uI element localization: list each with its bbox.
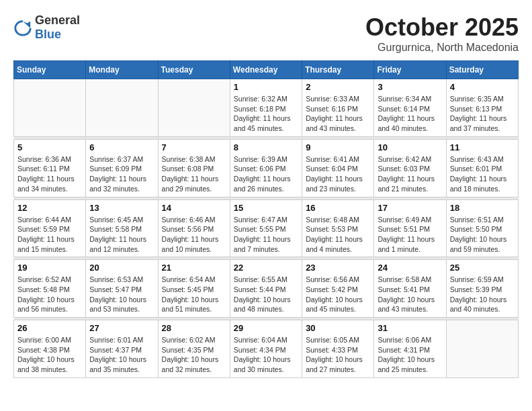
calendar-cell: 14Sunrise: 6:46 AMSunset: 5:56 PMDayligh… bbox=[158, 199, 230, 257]
calendar-cell: 7Sunrise: 6:38 AMSunset: 6:08 PMDaylight… bbox=[158, 139, 230, 197]
day-info: Sunrise: 6:38 AMSunset: 6:08 PMDaylight:… bbox=[162, 154, 226, 194]
day-info: Sunrise: 6:44 AMSunset: 5:59 PMDaylight:… bbox=[17, 215, 82, 255]
calendar-cell: 27Sunrise: 6:01 AMSunset: 4:37 PMDayligh… bbox=[86, 320, 158, 378]
day-info: Sunrise: 6:39 AMSunset: 6:06 PMDaylight:… bbox=[234, 154, 298, 194]
weekday-header: Thursday bbox=[302, 61, 374, 79]
day-number: 20 bbox=[89, 263, 154, 273]
calendar-cell: 19Sunrise: 6:52 AMSunset: 5:48 PMDayligh… bbox=[14, 260, 86, 318]
calendar-week-row: 1Sunrise: 6:32 AMSunset: 6:18 PMDaylight… bbox=[14, 79, 519, 137]
day-info: Sunrise: 6:04 AMSunset: 4:34 PMDaylight:… bbox=[234, 335, 298, 375]
day-number: 9 bbox=[306, 142, 370, 152]
day-number: 5 bbox=[17, 142, 82, 152]
logo: General Blue bbox=[13, 13, 80, 42]
day-info: Sunrise: 6:51 AMSunset: 5:50 PMDaylight:… bbox=[450, 215, 515, 255]
day-info: Sunrise: 6:52 AMSunset: 5:48 PMDaylight:… bbox=[17, 275, 82, 314]
logo-blue: Blue bbox=[35, 28, 61, 41]
day-info: Sunrise: 6:35 AMSunset: 6:13 PMDaylight:… bbox=[450, 94, 515, 134]
calendar-cell: 26Sunrise: 6:00 AMSunset: 4:38 PMDayligh… bbox=[14, 320, 86, 378]
day-number: 3 bbox=[378, 82, 442, 92]
calendar-cell: 2Sunrise: 6:33 AMSunset: 6:16 PMDaylight… bbox=[302, 79, 374, 137]
day-info: Sunrise: 6:59 AMSunset: 5:39 PMDaylight:… bbox=[450, 275, 515, 314]
logo-icon bbox=[13, 18, 32, 37]
day-number: 16 bbox=[306, 203, 370, 213]
day-number: 23 bbox=[306, 263, 370, 273]
calendar-cell bbox=[86, 79, 158, 137]
day-info: Sunrise: 6:49 AMSunset: 5:51 PMDaylight:… bbox=[378, 215, 442, 255]
day-number: 31 bbox=[378, 323, 442, 333]
calendar-cell: 16Sunrise: 6:48 AMSunset: 5:53 PMDayligh… bbox=[302, 199, 374, 257]
day-number: 14 bbox=[162, 203, 226, 213]
weekday-header: Tuesday bbox=[158, 61, 230, 79]
day-number: 26 bbox=[17, 323, 82, 333]
calendar-cell bbox=[14, 79, 86, 137]
calendar-cell: 12Sunrise: 6:44 AMSunset: 5:59 PMDayligh… bbox=[14, 199, 86, 257]
calendar-cell: 13Sunrise: 6:45 AMSunset: 5:58 PMDayligh… bbox=[86, 199, 158, 257]
day-info: Sunrise: 6:33 AMSunset: 6:16 PMDaylight:… bbox=[306, 94, 370, 134]
weekday-header: Friday bbox=[374, 61, 446, 79]
calendar-cell: 22Sunrise: 6:55 AMSunset: 5:44 PMDayligh… bbox=[230, 260, 302, 318]
day-info: Sunrise: 6:34 AMSunset: 6:14 PMDaylight:… bbox=[378, 94, 442, 134]
day-info: Sunrise: 6:43 AMSunset: 6:01 PMDaylight:… bbox=[450, 154, 515, 194]
day-info: Sunrise: 6:55 AMSunset: 5:44 PMDaylight:… bbox=[234, 275, 298, 314]
day-info: Sunrise: 6:01 AMSunset: 4:37 PMDaylight:… bbox=[89, 335, 154, 375]
calendar-week-row: 19Sunrise: 6:52 AMSunset: 5:48 PMDayligh… bbox=[14, 260, 519, 318]
day-info: Sunrise: 6:56 AMSunset: 5:42 PMDaylight:… bbox=[306, 275, 370, 314]
day-info: Sunrise: 6:47 AMSunset: 5:55 PMDaylight:… bbox=[234, 215, 298, 255]
subtitle: Gurgurnica, North Macedonia bbox=[365, 42, 519, 54]
day-number: 24 bbox=[378, 263, 442, 273]
day-number: 13 bbox=[89, 203, 154, 213]
calendar-cell: 18Sunrise: 6:51 AMSunset: 5:50 PMDayligh… bbox=[446, 199, 518, 257]
day-number: 27 bbox=[89, 323, 154, 333]
calendar-cell: 23Sunrise: 6:56 AMSunset: 5:42 PMDayligh… bbox=[302, 260, 374, 318]
day-info: Sunrise: 6:02 AMSunset: 4:35 PMDaylight:… bbox=[162, 335, 226, 375]
day-info: Sunrise: 6:36 AMSunset: 6:11 PMDaylight:… bbox=[17, 154, 82, 194]
day-info: Sunrise: 6:42 AMSunset: 6:03 PMDaylight:… bbox=[378, 154, 442, 194]
day-info: Sunrise: 6:48 AMSunset: 5:53 PMDaylight:… bbox=[306, 215, 370, 255]
month-title: October 2025 bbox=[365, 13, 519, 42]
day-number: 2 bbox=[306, 82, 370, 92]
calendar-cell: 21Sunrise: 6:54 AMSunset: 5:45 PMDayligh… bbox=[158, 260, 230, 318]
day-number: 21 bbox=[162, 263, 226, 273]
day-number: 11 bbox=[450, 142, 515, 152]
day-number: 17 bbox=[378, 203, 442, 213]
calendar-cell: 15Sunrise: 6:47 AMSunset: 5:55 PMDayligh… bbox=[230, 199, 302, 257]
header: General Blue October 2025 Gurgurnica, No… bbox=[13, 13, 519, 54]
day-number: 19 bbox=[17, 263, 82, 273]
calendar-cell: 11Sunrise: 6:43 AMSunset: 6:01 PMDayligh… bbox=[446, 139, 518, 197]
day-number: 10 bbox=[378, 142, 442, 152]
day-number: 12 bbox=[17, 203, 82, 213]
weekday-header: Wednesday bbox=[230, 61, 302, 79]
day-number: 15 bbox=[234, 203, 298, 213]
calendar-cell: 25Sunrise: 6:59 AMSunset: 5:39 PMDayligh… bbox=[446, 260, 518, 318]
weekday-header: Saturday bbox=[446, 61, 518, 79]
day-number: 1 bbox=[234, 82, 298, 92]
day-info: Sunrise: 6:06 AMSunset: 4:31 PMDaylight:… bbox=[378, 335, 442, 375]
day-info: Sunrise: 6:37 AMSunset: 6:09 PMDaylight:… bbox=[89, 154, 154, 194]
calendar-cell: 8Sunrise: 6:39 AMSunset: 6:06 PMDaylight… bbox=[230, 139, 302, 197]
weekday-header-row: SundayMondayTuesdayWednesdayThursdayFrid… bbox=[14, 61, 519, 79]
calendar-cell: 28Sunrise: 6:02 AMSunset: 4:35 PMDayligh… bbox=[158, 320, 230, 378]
title-area: October 2025 Gurgurnica, North Macedonia bbox=[365, 13, 519, 54]
calendar-cell bbox=[158, 79, 230, 137]
calendar-cell: 6Sunrise: 6:37 AMSunset: 6:09 PMDaylight… bbox=[86, 139, 158, 197]
calendar-week-row: 26Sunrise: 6:00 AMSunset: 4:38 PMDayligh… bbox=[14, 320, 519, 378]
calendar-cell: 29Sunrise: 6:04 AMSunset: 4:34 PMDayligh… bbox=[230, 320, 302, 378]
logo-general: General bbox=[35, 13, 80, 27]
day-info: Sunrise: 6:53 AMSunset: 5:47 PMDaylight:… bbox=[89, 275, 154, 314]
day-info: Sunrise: 6:41 AMSunset: 6:04 PMDaylight:… bbox=[306, 154, 370, 194]
day-info: Sunrise: 6:45 AMSunset: 5:58 PMDaylight:… bbox=[89, 215, 154, 255]
calendar-cell: 17Sunrise: 6:49 AMSunset: 5:51 PMDayligh… bbox=[374, 199, 446, 257]
day-number: 28 bbox=[162, 323, 226, 333]
calendar-week-row: 12Sunrise: 6:44 AMSunset: 5:59 PMDayligh… bbox=[14, 199, 519, 257]
logo-text: General Blue bbox=[35, 13, 80, 42]
day-number: 18 bbox=[450, 203, 515, 213]
calendar-cell: 31Sunrise: 6:06 AMSunset: 4:31 PMDayligh… bbox=[374, 320, 446, 378]
calendar-cell: 3Sunrise: 6:34 AMSunset: 6:14 PMDaylight… bbox=[374, 79, 446, 137]
day-number: 30 bbox=[306, 323, 370, 333]
calendar-cell: 10Sunrise: 6:42 AMSunset: 6:03 PMDayligh… bbox=[374, 139, 446, 197]
calendar-cell: 4Sunrise: 6:35 AMSunset: 6:13 PMDaylight… bbox=[446, 79, 518, 137]
calendar-cell: 24Sunrise: 6:58 AMSunset: 5:41 PMDayligh… bbox=[374, 260, 446, 318]
day-info: Sunrise: 6:46 AMSunset: 5:56 PMDaylight:… bbox=[162, 215, 226, 255]
day-info: Sunrise: 6:05 AMSunset: 4:33 PMDaylight:… bbox=[306, 335, 370, 375]
day-number: 7 bbox=[162, 142, 226, 152]
